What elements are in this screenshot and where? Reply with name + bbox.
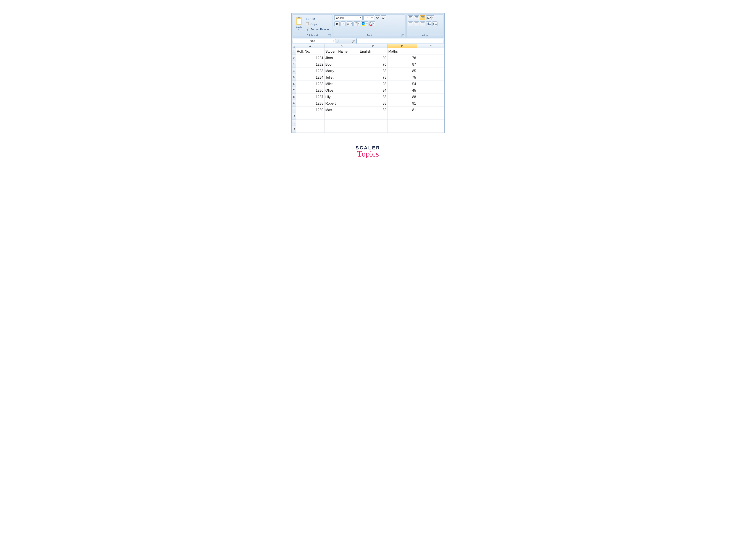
- cell[interactable]: [417, 113, 444, 120]
- copy-button[interactable]: Copy: [305, 22, 330, 26]
- chevron-down-icon[interactable]: ▼: [370, 17, 373, 19]
- cell[interactable]: 81: [387, 107, 417, 113]
- select-all-corner[interactable]: [292, 44, 296, 48]
- cell[interactable]: [417, 100, 444, 107]
- align-top-button[interactable]: [408, 15, 413, 20]
- cell[interactable]: Olive: [325, 87, 359, 94]
- cell[interactable]: Roll. No.: [296, 48, 325, 55]
- cell[interactable]: 1237: [296, 94, 325, 100]
- cell[interactable]: [325, 120, 359, 126]
- cell[interactable]: [417, 48, 444, 55]
- chevron-down-icon[interactable]: ▼: [359, 17, 363, 19]
- name-box[interactable]: D16 ▼: [293, 39, 336, 43]
- cell[interactable]: 75: [387, 74, 417, 81]
- cell[interactable]: 88: [359, 100, 387, 107]
- row-header[interactable]: 7: [292, 87, 296, 94]
- chevron-down-icon[interactable]: ▼: [431, 16, 434, 20]
- align-right-button[interactable]: [420, 21, 425, 26]
- cell[interactable]: [417, 68, 444, 74]
- cell[interactable]: Bob: [325, 61, 359, 68]
- cell[interactable]: 1234: [296, 74, 325, 81]
- cell[interactable]: 1235: [296, 81, 325, 87]
- chevron-down-icon[interactable]: ▼: [358, 22, 360, 26]
- cell[interactable]: [359, 126, 387, 133]
- borders-button[interactable]: ▼: [354, 21, 360, 26]
- row-header[interactable]: 6: [292, 81, 296, 87]
- cell[interactable]: Juliet: [325, 74, 359, 81]
- cell[interactable]: Jhon: [325, 55, 359, 61]
- fill-color-button[interactable]: 🪣▼: [361, 21, 368, 26]
- cut-button[interactable]: ✂ Cut: [305, 17, 330, 21]
- cell[interactable]: 1238: [296, 100, 325, 107]
- cell[interactable]: Maths: [387, 48, 417, 55]
- row-header[interactable]: 13: [292, 126, 296, 133]
- cell[interactable]: 58: [359, 68, 387, 74]
- cell[interactable]: 98: [359, 81, 387, 87]
- cell[interactable]: Max: [325, 107, 359, 113]
- cell[interactable]: 88: [387, 94, 417, 100]
- cell[interactable]: 89: [359, 55, 387, 61]
- cell[interactable]: [417, 87, 444, 94]
- cell[interactable]: 1232: [296, 61, 325, 68]
- cell[interactable]: [417, 81, 444, 87]
- row-header[interactable]: 1: [292, 48, 296, 55]
- font-size-combo[interactable]: 12 ▼: [364, 15, 374, 20]
- cell[interactable]: 85: [387, 68, 417, 74]
- cell[interactable]: English: [359, 48, 387, 55]
- orientation-button[interactable]: ab↗▼: [426, 15, 434, 20]
- italic-button[interactable]: I: [341, 21, 346, 26]
- cell[interactable]: 83: [359, 94, 387, 100]
- decrease-indent-button[interactable]: ◀: [426, 21, 431, 26]
- column-header-a[interactable]: A: [296, 44, 325, 48]
- font-color-button[interactable]: A▼: [369, 21, 375, 26]
- shrink-font-button[interactable]: A▾: [381, 15, 386, 20]
- row-header[interactable]: 8: [292, 94, 296, 100]
- cell[interactable]: 87: [387, 61, 417, 68]
- cell[interactable]: Robert: [325, 100, 359, 107]
- underline-button[interactable]: U▼: [347, 21, 353, 26]
- row-header[interactable]: 2: [292, 55, 296, 61]
- cell[interactable]: 1239: [296, 107, 325, 113]
- cell[interactable]: [359, 120, 387, 126]
- chevron-down-icon[interactable]: ▼: [350, 22, 353, 26]
- cell[interactable]: Miles: [325, 81, 359, 87]
- row-header[interactable]: 3: [292, 61, 296, 68]
- row-header[interactable]: 11: [292, 113, 296, 120]
- cell[interactable]: [417, 74, 444, 81]
- cell[interactable]: [387, 126, 417, 133]
- clipboard-launcher-icon[interactable]: ↘: [328, 34, 331, 37]
- align-bottom-button[interactable]: [420, 15, 425, 20]
- chevron-down-icon[interactable]: ▼: [366, 22, 368, 26]
- row-header[interactable]: 12: [292, 120, 296, 126]
- fx-icon[interactable]: fx: [353, 39, 355, 43]
- cell[interactable]: [296, 126, 325, 133]
- increase-indent-button[interactable]: ▶: [432, 21, 437, 26]
- cell[interactable]: 54: [387, 81, 417, 87]
- cell[interactable]: Lily: [325, 94, 359, 100]
- paste-button[interactable]: Paste ▼: [294, 15, 304, 33]
- cell[interactable]: [325, 126, 359, 133]
- cell[interactable]: [417, 55, 444, 61]
- cell[interactable]: [387, 120, 417, 126]
- cell[interactable]: 1233: [296, 68, 325, 74]
- row-header[interactable]: 4: [292, 68, 296, 74]
- column-header-e[interactable]: E: [417, 44, 444, 48]
- font-name-combo[interactable]: Calibri ▼: [335, 15, 363, 20]
- cell[interactable]: 45: [387, 87, 417, 94]
- cell[interactable]: [417, 94, 444, 100]
- font-launcher-icon[interactable]: ↘: [401, 34, 404, 37]
- cell[interactable]: 76: [359, 61, 387, 68]
- cell[interactable]: [417, 120, 444, 126]
- cell[interactable]: [296, 113, 325, 120]
- cell[interactable]: [417, 61, 444, 68]
- row-header[interactable]: 5: [292, 74, 296, 81]
- bold-button[interactable]: B: [335, 21, 340, 26]
- cell[interactable]: 94: [359, 87, 387, 94]
- column-header-b[interactable]: B: [325, 44, 359, 48]
- cell[interactable]: [325, 113, 359, 120]
- cell[interactable]: 91: [387, 100, 417, 107]
- align-center-button[interactable]: [414, 21, 419, 26]
- cell[interactable]: Student Name: [325, 48, 359, 55]
- align-left-button[interactable]: [408, 21, 413, 26]
- cell[interactable]: 1236: [296, 87, 325, 94]
